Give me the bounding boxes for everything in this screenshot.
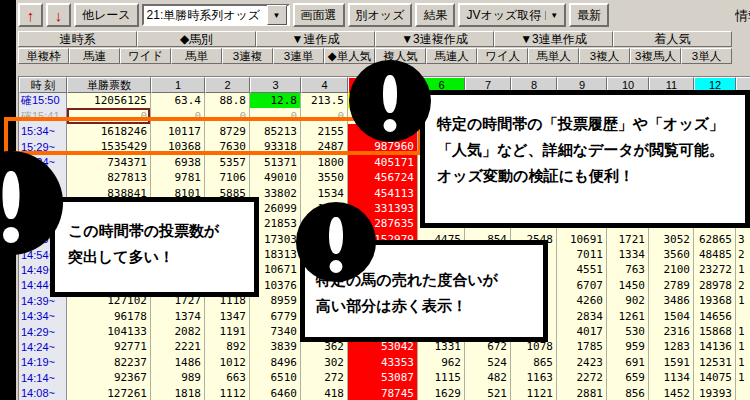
jv-odds-fetch-label: JVオッズ取得	[466, 7, 541, 24]
tab-ren-create[interactable]: ▼連作成	[256, 31, 375, 47]
odds-cell: 1163	[511, 370, 557, 385]
column-header[interactable]: 単勝票数	[67, 77, 151, 93]
odds-cell: 2	[736, 278, 750, 293]
column-header[interactable]: 1	[151, 77, 205, 93]
tab-umatan[interactable]: 馬単	[171, 48, 222, 64]
tab-umatan-ninki[interactable]: 馬単人	[528, 48, 579, 64]
odds-cell: 1	[736, 370, 750, 385]
odds-cell: 213.5	[301, 93, 348, 108]
odds-cell: 3560	[649, 247, 694, 262]
screen-select-button[interactable]: 画面選	[293, 3, 345, 27]
time-cell: 14:24~	[19, 339, 67, 354]
odds-cell: 659	[607, 370, 649, 385]
next-race-button[interactable]: ↓	[46, 3, 71, 27]
tab-wide[interactable]: ワイド	[120, 48, 171, 64]
prev-race-button[interactable]: ↑	[18, 3, 43, 27]
odds-cell: 272	[301, 370, 348, 385]
tab-sanrenpuku[interactable]: 3連複	[222, 48, 273, 64]
odds-cell: 1450	[607, 278, 649, 293]
callout-line: 特定の時間帯の「投票履歴」や「オッズ」	[437, 111, 745, 137]
odds-cell: 4017	[557, 324, 607, 339]
tab-tan-ninki[interactable]: ◆単人気	[324, 48, 375, 64]
odds-cell: 530	[607, 324, 649, 339]
odds-cell: 1785	[557, 339, 607, 354]
odds-cell: 2221	[151, 339, 205, 354]
odds-cell: 1347	[205, 308, 250, 323]
odds-app-screenshot: { "colors": { "chrome": "#d5d1c9", "row_…	[0, 0, 750, 400]
table-row[interactable]: 14:14~9236798966365102725308711154821163…	[19, 370, 750, 385]
odds-cell: 524	[465, 355, 511, 370]
odds-cell: 2100	[649, 262, 694, 277]
odds-cell: 1452	[649, 385, 694, 400]
odds-cell: 962	[418, 355, 465, 370]
time-cell: 14:19~	[19, 355, 67, 370]
odds-cell: 7106	[205, 170, 250, 185]
info-label-clipped: 情報	[735, 7, 750, 25]
odds-cell: 28978	[694, 278, 736, 293]
result-button[interactable]: 結果	[415, 3, 455, 27]
tab-sanrenpuku-create[interactable]: ▼3連複作成	[375, 31, 494, 47]
odds-cell: 3052	[649, 232, 694, 247]
odds-cell: 1191	[205, 324, 250, 339]
odds-cell: 763	[607, 262, 649, 277]
tab-sanrentan-create[interactable]: ▼3連単作成	[494, 31, 613, 47]
tab-wide-ninki[interactable]: ワイ人	[477, 48, 528, 64]
votes-cell: 734371	[67, 155, 151, 170]
column-header[interactable]: 4	[301, 77, 348, 93]
tab-time-series[interactable]: 連時系	[18, 31, 137, 47]
odds-cell: 1	[736, 262, 750, 277]
view-select-dropdown[interactable]: 21:単勝時系列オッズ ▼	[142, 4, 290, 26]
column-header[interactable]: 3	[250, 77, 301, 93]
odds-cell: 6510	[250, 370, 301, 385]
time-cell: 14:14~	[19, 370, 67, 385]
tab-sanpukuuma-ninki[interactable]: 3複馬人	[630, 48, 681, 64]
votes-cell: 127261	[67, 385, 151, 400]
odds-cell: 2789	[649, 278, 694, 293]
tab-sanpuku-ninki[interactable]: 3複人	[579, 48, 630, 64]
column-header[interactable]: 時 刻	[19, 77, 67, 93]
odds-cell: 482	[465, 370, 511, 385]
view-select-value: 21:単勝時系列オッズ	[144, 7, 267, 24]
odds-cell: 1721	[607, 232, 649, 247]
other-odds-button[interactable]: 別オッズ	[348, 3, 413, 27]
odds-cell: 1134	[649, 370, 694, 385]
jv-odds-fetch-button[interactable]: JVオッズ取得 ▼	[458, 3, 566, 27]
odds-cell: 1012	[205, 355, 250, 370]
odds-cell: 989	[151, 370, 205, 385]
tab-tanpukuwaku[interactable]: 単複枠	[18, 48, 69, 64]
odds-cell: 3	[736, 232, 750, 247]
odds-cell: 856	[607, 385, 649, 400]
votes-cell: 827813	[67, 170, 151, 185]
column-header[interactable]: 2	[205, 77, 250, 93]
odds-cell: 1115	[418, 370, 465, 385]
odds-cell: 15868	[694, 324, 736, 339]
tab-finish-popularity[interactable]: 着人気	[613, 31, 732, 47]
odds-cell: 1334	[607, 247, 649, 262]
tab-umaren-ninki[interactable]: 馬連人	[426, 48, 477, 64]
odds-cell: 1	[736, 293, 750, 308]
time-cell: 14:29~	[19, 324, 67, 339]
jv-caret-icon[interactable]: ▼	[545, 11, 558, 20]
votes-cell: 12056125	[67, 93, 151, 108]
odds-cell: 1283	[649, 339, 694, 354]
tab-umaren[interactable]: 馬連	[69, 48, 120, 64]
table-row[interactable]: 14:19~8223714861012849630243353962524865…	[19, 355, 750, 370]
other-race-button[interactable]: 他レース	[74, 3, 139, 27]
latest-button[interactable]: 最新	[569, 3, 609, 27]
votes-cell: 82237	[67, 355, 151, 370]
odds-cell: 7011	[557, 247, 607, 262]
tab-by-horse[interactable]: ◆馬別	[137, 31, 256, 47]
votes-cell: 104133	[67, 324, 151, 339]
odds-cell: 53087	[348, 370, 418, 385]
tab-sanrentan[interactable]: 3連単	[273, 48, 324, 64]
odds-cell: 2	[736, 247, 750, 262]
dropdown-caret-icon[interactable]: ▼	[267, 5, 287, 25]
odds-cell: 5357	[205, 155, 250, 170]
odds-cell: 19368	[694, 293, 736, 308]
table-row[interactable]: 14:08~1272611818111264604187874516295211…	[19, 385, 750, 400]
odds-cell: 14136	[694, 339, 736, 354]
odds-cell: 405171	[348, 155, 418, 170]
odds-cell: 302	[301, 355, 348, 370]
tab-santan-ninki[interactable]: 3単人	[681, 48, 732, 64]
odds-cell: 78745	[348, 385, 418, 400]
